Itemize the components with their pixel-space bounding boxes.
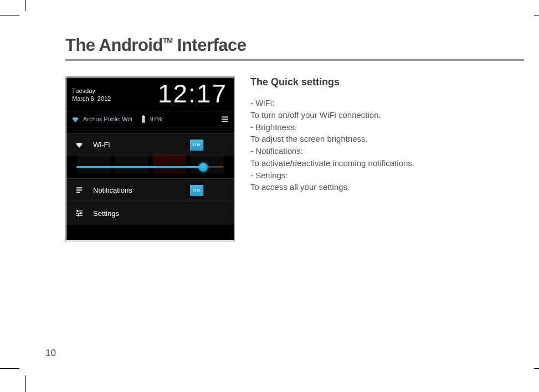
clock-date: March 6, 2012 bbox=[72, 95, 111, 102]
notifications-toggle-state: ON bbox=[190, 185, 203, 196]
list-item: - Brightness: To adjust the screen brigh… bbox=[250, 121, 489, 146]
brightness-slider-fill bbox=[76, 166, 203, 168]
wifi-icon bbox=[74, 140, 84, 149]
wifi-toggle-state: ON bbox=[190, 140, 203, 151]
bullet-dash: - bbox=[250, 146, 255, 156]
crop-mark bbox=[0, 16, 19, 16]
settings-shortcut-icon[interactable] bbox=[220, 115, 229, 123]
svg-rect-5 bbox=[76, 188, 83, 189]
svg-rect-11 bbox=[77, 210, 78, 212]
battery-percent: 97% bbox=[150, 116, 162, 122]
page-number: 10 bbox=[45, 348, 56, 359]
page-title-prefix: The Android bbox=[65, 35, 163, 55]
crop-mark bbox=[534, 16, 539, 16]
list-item: - Notifications: To activate/deactivate … bbox=[250, 145, 489, 169]
item-description: To turn on/off your WiFi connection. bbox=[250, 110, 381, 120]
quicksetting-wifi-label: Wi-Fi bbox=[93, 141, 110, 149]
quicksetting-notifications-row[interactable]: Notifications ON bbox=[66, 178, 234, 202]
svg-rect-12 bbox=[80, 212, 81, 214]
wifi-name: Archos Public Wifi bbox=[83, 116, 132, 122]
status-bar: Archos Public Wifi 97% bbox=[66, 111, 234, 127]
svg-rect-13 bbox=[78, 214, 79, 216]
svg-rect-7 bbox=[76, 192, 80, 193]
quicksetting-settings-row[interactable]: Settings bbox=[66, 202, 234, 225]
item-description: To adjust the screen brightness. bbox=[250, 134, 368, 143]
list-item: - WiFi: To turn on/off your WiFi connect… bbox=[250, 97, 489, 121]
quicksetting-notifications-label: Notifications bbox=[93, 186, 132, 194]
svg-rect-1 bbox=[142, 115, 144, 116]
bullet-dash: - bbox=[250, 171, 255, 180]
page-title: The AndroidTM Interface bbox=[65, 35, 509, 55]
quicksetting-brightness-row[interactable] bbox=[66, 156, 234, 178]
item-description: To access all your settings. bbox=[250, 182, 350, 192]
wifi-toggle[interactable]: ON bbox=[203, 140, 227, 150]
item-label: Settings: bbox=[255, 171, 288, 180]
battery-icon bbox=[139, 115, 148, 123]
item-label: WiFi: bbox=[255, 98, 274, 107]
page-title-suffix: Interface bbox=[173, 35, 247, 55]
section-heading: The Quick settings bbox=[250, 76, 489, 88]
svg-rect-0 bbox=[142, 116, 145, 123]
android-screenshot: 12:17 Tuesday March 6, 2012 Archos Publi… bbox=[66, 78, 234, 240]
brightness-slider-thumb[interactable] bbox=[199, 163, 208, 172]
bullet-dash: - bbox=[250, 98, 255, 107]
crop-mark bbox=[0, 368, 19, 369]
wifi-icon bbox=[71, 115, 80, 123]
item-label: Notifications: bbox=[255, 146, 303, 156]
item-label: Brightness: bbox=[255, 122, 297, 132]
svg-rect-4 bbox=[222, 121, 228, 122]
list-item: - Settings: To access all your settings. bbox=[250, 169, 489, 194]
clock-day: Tuesday bbox=[72, 87, 95, 94]
svg-rect-6 bbox=[76, 190, 83, 191]
bullet-dash: - bbox=[250, 122, 255, 132]
notifications-toggle[interactable]: ON bbox=[203, 185, 227, 195]
svg-rect-2 bbox=[222, 116, 228, 117]
svg-rect-9 bbox=[76, 213, 83, 214]
brightness-slider[interactable] bbox=[76, 166, 224, 168]
crop-mark bbox=[25, 0, 26, 11]
heading-rule bbox=[65, 59, 524, 61]
item-description: To activate/deactivate incoming notifica… bbox=[250, 158, 414, 168]
screenshot-frame: 12:17 Tuesday March 6, 2012 Archos Publi… bbox=[65, 76, 235, 241]
crop-mark bbox=[25, 375, 26, 392]
svg-rect-8 bbox=[76, 211, 83, 212]
settings-sliders-icon bbox=[74, 209, 84, 218]
crop-mark bbox=[534, 368, 539, 369]
quicksetting-settings-label: Settings bbox=[93, 209, 119, 218]
clock-time: 12:17 bbox=[158, 79, 227, 109]
quicksetting-wifi-row[interactable]: Wi-Fi ON bbox=[66, 133, 234, 156]
trademark-symbol: TM bbox=[163, 37, 173, 45]
notifications-icon bbox=[74, 185, 84, 195]
svg-rect-3 bbox=[222, 118, 228, 120]
